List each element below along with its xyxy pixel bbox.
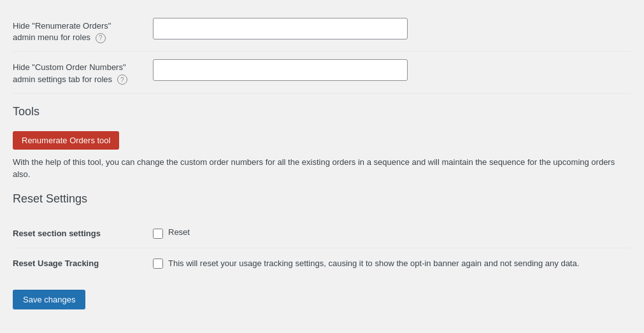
hide-custom-help-icon[interactable]: ? <box>117 74 127 85</box>
hide-renumerate-field-col <box>153 18 631 39</box>
reset-section-settings-label: Reset section settings <box>13 227 153 238</box>
hide-renumerate-row: Hide "Renumerate Orders" admin menu for … <box>13 10 631 52</box>
reset-section-settings-field: Reset <box>153 227 631 239</box>
reset-usage-tracking-row: Reset Usage Tracking This will reset you… <box>13 248 631 279</box>
reset-section: Reset Settings Reset section settings Re… <box>13 192 631 279</box>
reset-usage-tracking-field: This will reset your usage tracking sett… <box>153 257 631 270</box>
save-changes-button[interactable]: Save changes <box>13 290 85 309</box>
hide-renumerate-help-icon[interactable]: ? <box>96 33 106 43</box>
reset-usage-tracking-label: Reset Usage Tracking <box>13 257 153 268</box>
renumerate-orders-button[interactable]: Renumerate Orders tool <box>13 131 119 150</box>
reset-section-settings-checkbox[interactable] <box>153 229 163 239</box>
hide-renumerate-label-col: Hide "Renumerate Orders" admin menu for … <box>13 18 153 43</box>
tools-section-title: Tools <box>13 105 631 124</box>
hide-custom-field-col <box>153 59 631 81</box>
hide-custom-input[interactable] <box>153 59 408 81</box>
reset-section-settings-checkbox-label: Reset <box>168 227 190 237</box>
reset-usage-tracking-desc: This will reset your usage tracking sett… <box>168 257 579 270</box>
reset-section-title: Reset Settings <box>13 192 631 211</box>
hide-custom-label: Hide "Custom Order Numbers" admin settin… <box>13 62 126 83</box>
hide-renumerate-input[interactable] <box>153 18 408 39</box>
reset-usage-tracking-checkbox[interactable] <box>153 259 163 269</box>
hide-custom-row: Hide "Custom Order Numbers" admin settin… <box>13 52 631 93</box>
hide-custom-label-col: Hide "Custom Order Numbers" admin settin… <box>13 59 153 85</box>
tools-description: With the help of this tool, you can chan… <box>13 156 631 181</box>
page-container: Hide "Renumerate Orders" admin menu for … <box>0 0 644 333</box>
reset-section-settings-row: Reset section settings Reset <box>13 218 631 248</box>
